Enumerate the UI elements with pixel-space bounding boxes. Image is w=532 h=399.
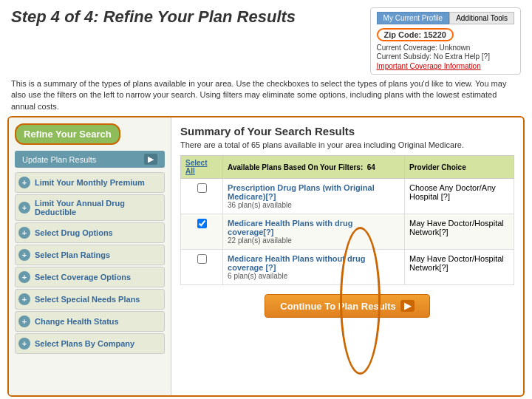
update-plan-results-button[interactable]: Update Plan Results ▶ <box>15 151 165 168</box>
plan-cell-3: Medicare Health Plans without drug cover… <box>223 250 405 285</box>
select-all-link[interactable]: Select All <box>185 159 207 175</box>
zip-label: Zip Code: <box>384 30 422 39</box>
sidebar-item-label-3: Select Drug Options <box>35 228 113 237</box>
plan-cell-2: Medicare Health Plans with drug coverage… <box>223 214 405 250</box>
main-content: Refine Your Search Update Plan Results ▶… <box>7 116 525 397</box>
sidebar-item-annual-drug[interactable]: + Limit Your Annual Drug Deductible <box>15 194 165 221</box>
sidebar-title: Refine Your Search <box>15 123 120 145</box>
table-row: Medicare Health Plans without drug cover… <box>181 250 514 285</box>
plan-name-3: Medicare Health Plans without drug cover… <box>228 254 400 272</box>
update-btn-arrow-icon: ▶ <box>144 154 157 165</box>
plus-icon-2: + <box>18 202 30 214</box>
plan-checkbox-3[interactable] <box>197 254 207 264</box>
plus-icon-8: + <box>18 338 30 349</box>
sidebar-item-label-4: Select Plan Ratings <box>35 250 110 259</box>
checkbox-cell-3[interactable] <box>181 250 223 285</box>
profile-tabs: My Current Profile Additional Tools <box>377 12 514 24</box>
important-coverage-link[interactable]: Important Coverage Information <box>377 62 481 70</box>
checkbox-cell-2[interactable] <box>181 214 223 250</box>
plan-checkbox-2[interactable] <box>197 219 207 228</box>
sidebar-item-label-2: Limit Your Annual Drug Deductible <box>35 199 161 216</box>
plan-name-1: Prescription Drug Plans (with Original M… <box>228 183 400 201</box>
sidebar-item-monthly-premium[interactable]: + Limit Your Monthly Premium <box>15 172 165 193</box>
results-title: Summary of Your Search Results <box>180 125 514 137</box>
plan-name-2: Medicare Health Plans with drug coverage… <box>228 219 400 236</box>
continue-btn-label: Continue To Plan Results <box>280 301 396 312</box>
continue-button[interactable]: Continue To Plan Results ▶ <box>265 294 430 318</box>
provider-cell-1: Choose Any Doctor/Any Hospital [?] <box>405 179 514 214</box>
col-header-provider: Provider Choice <box>405 156 514 179</box>
sidebar-item-coverage-options[interactable]: + Select Coverage Options <box>15 267 165 287</box>
plus-icon-7: + <box>18 316 30 327</box>
sidebar-item-special-needs[interactable]: + Select Special Needs Plans <box>15 289 165 310</box>
zip-value: 15220 <box>423 30 446 39</box>
plus-icon-5: + <box>18 271 30 283</box>
zip-code-field: Zip Code: 15220 <box>377 28 454 41</box>
header: Step 4 of 4: Refine Your Plan Results My… <box>0 0 532 78</box>
sidebar: Refine Your Search Update Plan Results ▶… <box>9 117 171 395</box>
plan-count-2: 22 plan(s) available <box>228 236 400 245</box>
plans-table: Select All Available Plans Based On Your… <box>180 155 514 285</box>
checkbox-cell-1[interactable] <box>181 179 223 214</box>
table-row: Medicare Health Plans with drug coverage… <box>181 214 514 250</box>
coverage-value: Unknown <box>440 44 471 52</box>
subsidy-row: Current Subsidy: No Extra Help [?] <box>377 52 514 61</box>
profile-box: My Current Profile Additional Tools Zip … <box>370 7 521 75</box>
sidebar-item-label-7: Change Health Status <box>35 317 119 326</box>
sidebar-item-label-1: Limit Your Monthly Premium <box>35 178 145 187</box>
plan-count-1: 36 plan(s) available <box>228 201 400 209</box>
description-text: This is a summary of the types of plans … <box>0 78 532 116</box>
provider-cell-3: May Have Doctor/Hospital Network[?] <box>405 250 514 285</box>
coverage-label: Current Coverage: <box>377 44 437 52</box>
tab-additional-tools[interactable]: Additional Tools <box>449 12 514 24</box>
tab-my-profile[interactable]: My Current Profile <box>377 12 450 24</box>
provider-cell-2: May Have Doctor/Hospital Network[?] <box>405 214 514 250</box>
page-title: Step 4 of 4: Refine Your Plan Results <box>11 7 370 27</box>
subsidy-value: No Extra Help [?] <box>434 52 490 61</box>
sidebar-item-health-status[interactable]: + Change Health Status <box>15 311 165 332</box>
plan-checkbox-1[interactable] <box>197 183 207 193</box>
sidebar-item-plan-ratings[interactable]: + Select Plan Ratings <box>15 245 165 265</box>
sidebar-item-label-5: Select Coverage Options <box>35 273 131 282</box>
sidebar-item-label-6: Select Special Needs Plans <box>35 295 140 304</box>
plus-icon-1: + <box>18 177 30 188</box>
plan-cell-1: Prescription Drug Plans (with Original M… <box>223 179 405 214</box>
continue-arrow-icon: ▶ <box>400 300 415 312</box>
col-header-plans: Available Plans Based On Your Filters: 6… <box>223 156 405 179</box>
plus-icon-3: + <box>18 227 30 239</box>
plus-icon-6: + <box>18 293 30 305</box>
plan-count-3: 6 plan(s) available <box>228 272 400 280</box>
table-row: Prescription Drug Plans (with Original M… <box>181 179 514 214</box>
sidebar-item-company[interactable]: + Select Plans By Company <box>15 333 165 354</box>
coverage-row: Current Coverage: Unknown <box>377 44 514 52</box>
results-subtitle: There are a total of 65 plans available … <box>180 140 514 149</box>
plus-icon-4: + <box>18 249 30 261</box>
results-area: Summary of Your Search Results There are… <box>171 117 523 395</box>
sidebar-item-drug-options[interactable]: + Select Drug Options <box>15 222 165 243</box>
sidebar-item-label-8: Select Plans By Company <box>35 339 134 348</box>
subsidy-label: Current Subsidy: <box>377 52 432 61</box>
col-header-select: Select All <box>181 156 223 179</box>
